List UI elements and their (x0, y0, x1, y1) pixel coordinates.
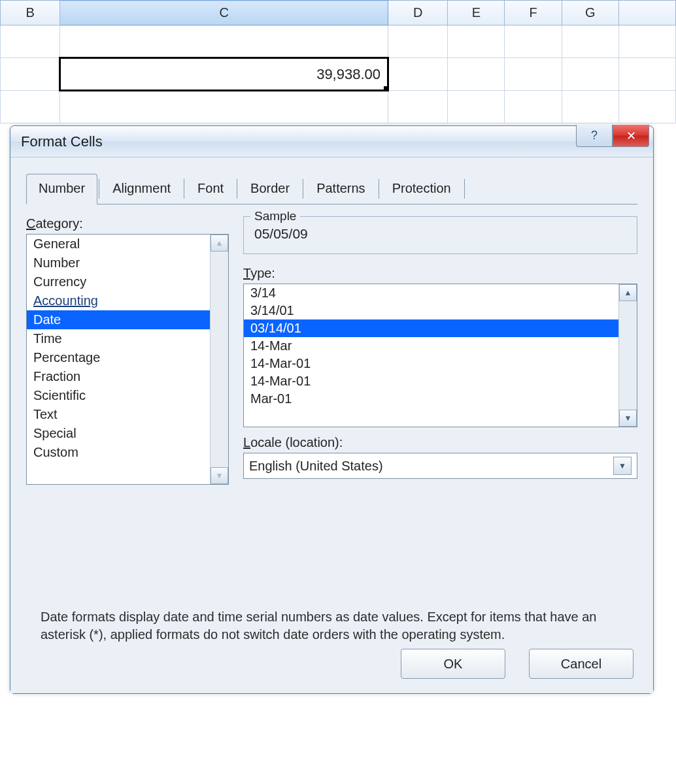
cell[interactable] (388, 58, 448, 91)
type-listbox[interactable]: 3/14 3/14/01 03/14/01 14-Mar 14-Mar-01 1… (243, 284, 637, 427)
cell[interactable] (388, 25, 448, 58)
type-item[interactable]: 3/14 (244, 284, 618, 302)
dialog-body: Number Alignment Font Border Patterns Pr… (10, 157, 653, 693)
category-item[interactable]: Text (27, 405, 210, 424)
cell[interactable] (618, 58, 675, 91)
close-button[interactable]: ✕ (613, 125, 649, 147)
category-item[interactable]: Scientific (27, 386, 210, 405)
ok-button[interactable]: OK (401, 649, 505, 679)
cell[interactable] (448, 25, 505, 58)
cell[interactable] (562, 91, 618, 123)
tab-alignment[interactable]: Alignment (101, 174, 182, 204)
tab-separator (303, 179, 303, 199)
scroll-up-icon[interactable]: ▲ (619, 284, 637, 301)
category-item[interactable]: Number (27, 253, 210, 272)
dialog-titlebar[interactable]: Format Cells ? ✕ (10, 126, 653, 157)
category-item[interactable]: Custom (27, 443, 210, 462)
type-item[interactable]: 14-Mar-01 (244, 372, 618, 390)
type-item[interactable]: 14-Mar (244, 337, 618, 355)
sample-value: 05/05/09 (253, 223, 628, 244)
locale-dropdown[interactable]: English (United States) ▼ (243, 453, 637, 479)
format-description: Date formats display date and time seria… (41, 608, 623, 644)
cell[interactable] (388, 91, 448, 123)
cell[interactable] (60, 91, 388, 123)
tab-patterns[interactable]: Patterns (305, 174, 377, 204)
type-item-selected[interactable]: 03/14/01 (244, 319, 618, 337)
cell[interactable] (505, 91, 562, 123)
col-header[interactable]: C (60, 1, 388, 25)
category-scrollbar[interactable]: ▲ ▼ (210, 235, 228, 484)
tab-separator (379, 179, 379, 199)
type-item[interactable]: 14-Mar-01 (244, 355, 618, 372)
tab-separator (237, 179, 237, 199)
spreadsheet-grid[interactable]: B C D E F G 39,938.00 (0, 0, 676, 123)
locale-value: English (United States) (249, 459, 383, 474)
sample-label: Sample (250, 209, 300, 223)
category-item[interactable]: Currency (27, 272, 210, 291)
category-item[interactable]: Accounting (27, 291, 210, 310)
type-item[interactable]: 3/14/01 (244, 302, 618, 319)
col-header[interactable]: G (562, 1, 618, 25)
locale-label: Locale (location): (243, 435, 637, 450)
cell[interactable] (1, 58, 60, 91)
cell[interactable] (505, 25, 562, 58)
cell[interactable] (1, 91, 60, 123)
category-item[interactable]: Percentage (27, 348, 210, 367)
tab-separator (184, 179, 184, 199)
dialog-title: Format Cells (21, 133, 103, 150)
category-item[interactable]: Time (27, 329, 210, 348)
col-header[interactable] (618, 1, 675, 25)
scroll-down-icon[interactable]: ▼ (619, 410, 637, 427)
chevron-down-icon[interactable]: ▼ (613, 457, 632, 475)
category-listbox[interactable]: General Number Currency Accounting Date … (26, 234, 229, 485)
col-header[interactable]: B (1, 1, 60, 25)
tab-protection[interactable]: Protection (380, 174, 463, 204)
help-button[interactable]: ? (576, 125, 613, 147)
cell[interactable] (1, 25, 60, 58)
cell[interactable] (562, 58, 618, 91)
cell[interactable] (618, 25, 675, 58)
category-item[interactable]: Fraction (27, 367, 210, 386)
cell[interactable] (60, 25, 388, 58)
sample-groupbox: Sample 05/05/09 (243, 216, 637, 254)
col-header[interactable]: D (388, 1, 448, 25)
type-scrollbar[interactable]: ▲ ▼ (618, 284, 637, 427)
tab-strip: Number Alignment Font Border Patterns Pr… (26, 173, 637, 204)
cell[interactable] (448, 91, 505, 123)
scroll-up-icon[interactable]: ▲ (211, 235, 228, 252)
category-item[interactable]: General (27, 235, 210, 253)
cancel-button[interactable]: Cancel (529, 649, 634, 679)
tab-separator (99, 179, 99, 199)
type-item[interactable]: Mar-01 (244, 390, 618, 408)
cell[interactable] (505, 58, 562, 91)
col-header[interactable]: F (505, 1, 562, 25)
category-item[interactable]: Special (27, 424, 210, 443)
column-header-row: B C D E F G (1, 1, 676, 25)
tab-separator (464, 179, 465, 199)
type-label: Type: (243, 266, 637, 281)
scroll-down-icon[interactable]: ▼ (211, 467, 228, 484)
col-header[interactable]: E (448, 1, 505, 25)
category-label: Category: (26, 216, 229, 231)
cell[interactable] (448, 58, 505, 91)
format-cells-dialog: Format Cells ? ✕ Number Alignment Font B… (10, 125, 654, 694)
selected-cell[interactable]: 39,938.00 (60, 58, 388, 91)
cell[interactable] (618, 91, 675, 123)
tab-font[interactable]: Font (186, 174, 235, 204)
tab-number[interactable]: Number (26, 174, 97, 204)
tab-border[interactable]: Border (239, 174, 301, 204)
category-item-selected[interactable]: Date (27, 310, 210, 329)
cell[interactable] (562, 25, 618, 58)
